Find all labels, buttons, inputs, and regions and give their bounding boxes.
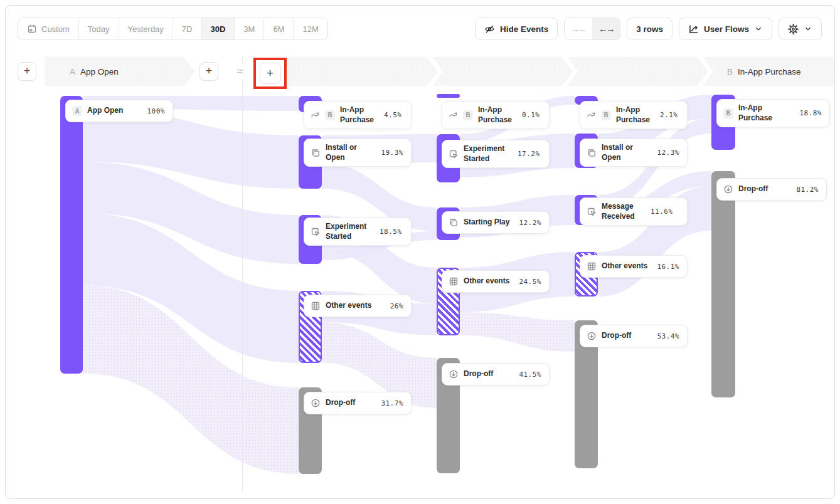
flow-node-bar-dropoff[interactable] [711, 171, 735, 397]
step-badge: B [723, 108, 733, 118]
flow-node-card[interactable]: B In-App Purchase 4.5% [304, 101, 412, 129]
windows-icon [449, 218, 459, 228]
add-step-highlighted-button[interactable]: + [260, 63, 281, 84]
step-badge: A [72, 106, 82, 116]
flow-node-card[interactable]: Other events 16.1% [580, 255, 688, 278]
flow-node-card[interactable]: Experiment Started 18.5% [304, 218, 412, 246]
goal-arrow-icon [311, 110, 320, 120]
annotation-highlight: + [253, 58, 287, 89]
flow-node-card[interactable]: B In-App Purchase 18.8% [716, 99, 830, 127]
flow-node-card[interactable]: Drop-off 31.7% [304, 392, 412, 414]
click-icon [587, 207, 597, 217]
add-step-middle-button[interactable]: + [199, 62, 218, 81]
flow-node-card[interactable]: Install or Open 19.3% [304, 139, 412, 167]
flow-node-card[interactable]: B In-App Purchase 2.1% [580, 101, 688, 129]
flow-node-card[interactable]: Other events 26% [304, 295, 412, 317]
step-badge: B [601, 110, 611, 120]
flow-node-bar-iap[interactable] [437, 94, 460, 98]
step-band-end[interactable]: B In-App Purchase [703, 57, 835, 86]
step-b-badge: B [727, 67, 733, 76]
column-divider [242, 57, 243, 492]
goal-arrow-icon [449, 110, 458, 120]
click-icon [311, 227, 321, 237]
step-a-badge: A [70, 67, 75, 76]
flow-node-card[interactable]: Other events 24.5% [442, 270, 550, 293]
user-flows-panel: Custom Today Yesterday 7D 30D 3M 6M 12M … [5, 5, 835, 499]
flow-node-card[interactable]: Drop-off 81.2% [716, 178, 827, 201]
step-badge: B [325, 110, 335, 120]
flow-node-bar-app-open[interactable] [60, 96, 83, 374]
sequence-break-symbol: ≈ [235, 64, 244, 79]
flow-node-card[interactable]: A App Open 100% [65, 100, 173, 122]
add-step-start-button[interactable]: + [18, 62, 36, 81]
arrow-down-circle-icon [311, 398, 321, 408]
step-band-3[interactable] [433, 57, 573, 86]
flow-node-card[interactable]: Drop-off 41.5% [442, 363, 550, 386]
goal-arrow-icon [587, 110, 596, 120]
flow-node-card[interactable]: Starting Play 12.2% [442, 211, 550, 234]
flow-node-card[interactable]: Message Received 11.6% [580, 197, 688, 226]
flow-node-card[interactable]: Install or Open 12.3% [580, 139, 688, 167]
flow-ribbon-dropoff [460, 312, 575, 352]
click-icon [449, 149, 459, 159]
flow-node-card[interactable]: Experiment Started 17.2% [442, 140, 550, 168]
grid-icon [311, 301, 321, 311]
step-band-2[interactable] [284, 57, 438, 86]
arrow-down-circle-icon [449, 369, 459, 379]
flow-node-card[interactable]: Drop-off 53.4% [580, 325, 688, 347]
grid-icon [449, 276, 459, 286]
step-badge: B [463, 110, 473, 120]
windows-icon [311, 148, 321, 158]
flow-node-card[interactable]: B In-App Purchase 0.1% [442, 101, 550, 129]
arrow-down-circle-icon [723, 184, 733, 194]
grid-icon [587, 261, 597, 271]
step-band-start[interactable]: A App Open [45, 57, 195, 86]
arrow-down-circle-icon [587, 331, 597, 341]
step-b-label: In-App Purchase [738, 67, 801, 76]
windows-icon [587, 148, 597, 158]
step-band-4[interactable] [568, 57, 708, 86]
step-a-label: App Open [80, 67, 119, 76]
